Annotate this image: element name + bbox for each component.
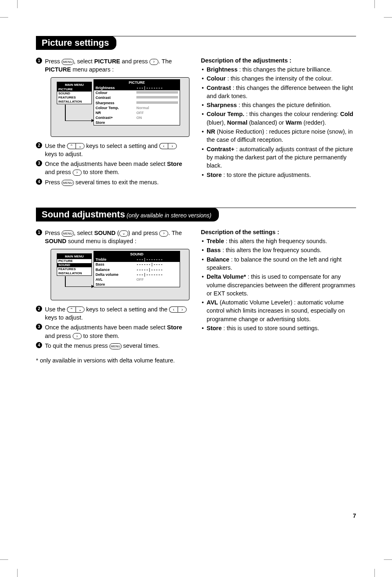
osd-connector [65, 286, 92, 287]
sound-step-2: Use the ⌃⌄ keys to select a setting and … [36, 305, 188, 322]
section-subtitle: (only available in stereo versions) [125, 212, 212, 219]
osd-sound-menu: MAIN MENU PICTURE SOUND FEATURES INSTALL… [51, 249, 189, 300]
sound-desc-list: Treble : this alters the high frequency … [201, 237, 356, 332]
picture-desc-list: Brightness : this changes the picture br… [201, 65, 356, 179]
osd-connector [65, 105, 66, 121]
section-header-sound: Sound adjustments (only available in ste… [36, 208, 219, 221]
osd-main-menu-title: MAIN MENU [57, 254, 91, 259]
desc-item: Brightness : this changes the picture br… [201, 65, 356, 74]
desc-item: Sharpness : this changes the picture def… [201, 101, 356, 109]
sound-step-1: Press MENU, select SOUND (⌄) and press ›… [36, 229, 188, 300]
osd-mm-item: PICTURE [57, 259, 91, 263]
desc-item: Bass : this alters the low frequency sou… [201, 246, 356, 254]
down-arrow-icon: ⌄ [119, 230, 128, 237]
osd-row: Contrast [94, 95, 180, 100]
desc-item: NR (Noise Reduction) : reduces picture n… [201, 127, 356, 144]
menu-button-icon: MENU [62, 230, 74, 237]
osd-picture-menu: MAIN MENU PICTURE SOUND FEATURES INSTALL… [51, 77, 189, 137]
osd-main-menu: MAIN MENU PICTURE SOUND FEATURES INSTALL… [57, 253, 92, 276]
desc-item: Treble : this alters the high frequency … [201, 237, 356, 245]
osd-row: NROFF [94, 110, 180, 115]
osd-row: Balance-----|----- [94, 267, 180, 272]
osd-main-menu: MAIN MENU PICTURE SOUND FEATURES INSTALL… [57, 82, 92, 104]
right-arrow-icon: › [73, 333, 82, 339]
left-right-arrow-icon: ‹› [159, 143, 177, 149]
osd-mm-item: PICTURE [57, 87, 91, 92]
section-title: Picture settings [42, 38, 109, 48]
osd-main-menu-title: MAIN MENU [57, 82, 91, 87]
page-content: Picture settings Press MENU, select PICT… [36, 36, 356, 364]
desc-item: Store : to store the picture adjustments… [201, 171, 356, 179]
up-down-arrow-icon: ⌃⌄ [67, 306, 85, 313]
sound-left-col: Press MENU, select SOUND (⌄) and press ›… [36, 229, 188, 364]
sound-right-col: Description of the settings : Treble : t… [201, 229, 356, 364]
page-number: 7 [353, 512, 356, 519]
osd-sound-panel: SOUND Treble---|------- Bass------|---- … [94, 251, 180, 287]
picture-right-col: Description of the adjustments : Brightn… [201, 57, 356, 188]
picture-step-1: Press MENU, select PICTURE and press ›. … [36, 57, 188, 137]
up-down-arrow-icon: ⌃⌄ [67, 143, 85, 149]
left-right-arrow-icon: ‹› [169, 306, 187, 313]
picture-left-col: Press MENU, select PICTURE and press ›. … [36, 57, 188, 188]
desc-item: Colour Temp. : this changes the colour r… [201, 110, 356, 127]
right-arrow-icon: › [73, 170, 82, 176]
osd-connector [65, 121, 92, 121]
sound-step-3: Once the adjustments have been made sele… [36, 323, 188, 340]
osd-row: Store [94, 120, 180, 125]
osd-row: Brightness---|------- [94, 85, 180, 90]
osd-mm-item: INSTALLATION [57, 100, 91, 104]
osd-mm-item: SOUND [57, 263, 91, 267]
section-header-picture: Picture settings [36, 36, 116, 50]
picture-desc-title: Description of the adjustments : [201, 57, 356, 64]
sound-footnote: * only available in versions with delta … [36, 357, 188, 364]
picture-steps: Press MENU, select PICTURE and press ›. … [36, 57, 188, 186]
sound-steps: Press MENU, select SOUND (⌄) and press ›… [36, 229, 188, 350]
osd-row: Colour Temp.Normal [94, 105, 180, 110]
section-title: Sound adjustments [42, 209, 125, 219]
sound-step-4: To quit the menus press MENU several tim… [36, 342, 188, 350]
menu-button-icon: MENU [62, 180, 74, 186]
osd-row: Treble---|------- [94, 257, 180, 262]
osd-mm-item: INSTALLATION [57, 271, 91, 275]
osd-connector [65, 276, 66, 287]
sound-desc-title: Description of the settings : [201, 229, 356, 235]
osd-picture-panel: PICTURE Brightness---|------- Colour Con… [94, 79, 180, 126]
desc-item: Contrast+ : automatically adjusts contra… [201, 145, 356, 170]
osd-mm-item: FEATURES [57, 96, 91, 100]
osd-row: Store [94, 282, 180, 287]
desc-item: Delta Volume* : this is used to compensa… [201, 273, 356, 297]
desc-item: Colour : this changes the intensity of t… [201, 74, 356, 83]
desc-item: Balance : to balance the sound on the le… [201, 255, 356, 272]
osd-row: Sharpness [94, 101, 180, 105]
osd-row: Contrast+ON [94, 115, 180, 120]
osd-mm-item: SOUND [57, 92, 91, 96]
right-arrow-icon: › [149, 59, 158, 65]
picture-columns: Press MENU, select PICTURE and press ›. … [36, 57, 356, 188]
menu-button-icon: MENU [62, 59, 74, 65]
picture-step-4: Press MENU several times to exit the men… [36, 178, 188, 186]
desc-item: Contrast : this changes the difference b… [201, 84, 356, 101]
osd-row: Colour [94, 90, 180, 95]
sound-columns: Press MENU, select SOUND (⌄) and press ›… [36, 229, 356, 364]
menu-button-icon: MENU [109, 343, 122, 349]
osd-row: Bass------|---- [94, 262, 180, 267]
picture-step-2: Use the ⌃⌄ keys to select a setting and … [36, 142, 188, 159]
osd-row: AVLOFF [94, 277, 180, 282]
osd-panel-title: SOUND [94, 251, 180, 257]
osd-row: Delta volume---|------- [94, 272, 180, 277]
right-arrow-icon: › [159, 230, 168, 237]
osd-panel-title: PICTURE [94, 80, 180, 86]
desc-item: AVL (Automatic Volume Leveler) : automat… [201, 298, 356, 323]
picture-step-3: Once the adjustments have been made sele… [36, 160, 188, 177]
osd-mm-item: FEATURES [57, 267, 91, 271]
desc-item: Store : this is used to store sound sett… [201, 324, 356, 332]
